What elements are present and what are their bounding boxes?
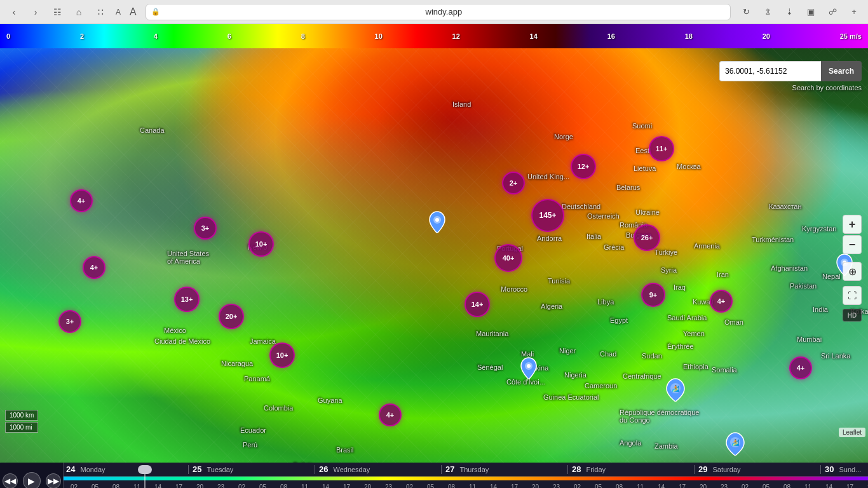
cluster-marker-c4[interactable]: 13+ bbox=[174, 287, 200, 312]
hour-label-11[interactable]: 11 bbox=[294, 484, 315, 489]
coordinate-input[interactable] bbox=[719, 61, 821, 81]
fullscreen-button[interactable]: ⛶ bbox=[843, 286, 862, 305]
pin-p1[interactable] bbox=[428, 210, 446, 236]
zoom-out-button[interactable]: − bbox=[843, 235, 862, 254]
pin-p4[interactable]: 🏄 bbox=[725, 431, 745, 458]
address-bar[interactable] bbox=[163, 7, 725, 17]
search-button[interactable]: Search bbox=[821, 61, 862, 81]
zoom-in-button[interactable]: + bbox=[843, 215, 862, 234]
scale-label-20: 20 bbox=[763, 32, 770, 40]
pin-p3[interactable]: 🏄 bbox=[665, 377, 686, 404]
share-button[interactable]: ⇫ bbox=[759, 3, 776, 21]
new-tab-button[interactable]: + bbox=[845, 3, 863, 21]
map-container[interactable]: 0 2 4 6 8 10 12 14 16 18 20 25 m/s Canad… bbox=[0, 24, 868, 463]
hour-label-31[interactable]: 23 bbox=[714, 484, 735, 489]
hd-button[interactable]: HD bbox=[843, 309, 862, 322]
hour-label-30[interactable]: 20 bbox=[693, 484, 714, 489]
cluster-marker-c8[interactable]: 4+ bbox=[379, 403, 402, 426]
font-size-small[interactable]: A bbox=[116, 8, 121, 17]
compass-button[interactable]: ⊕ bbox=[843, 262, 862, 281]
shield-button[interactable]: ☍ bbox=[824, 3, 841, 21]
cluster-marker-c11[interactable]: 145+ bbox=[531, 199, 564, 232]
hour-label-15[interactable]: 23 bbox=[378, 484, 399, 489]
hour-label-38[interactable]: 20 bbox=[860, 484, 868, 489]
hour-label-9[interactable]: 05 bbox=[252, 484, 273, 489]
font-size-large[interactable]: A bbox=[130, 6, 137, 18]
day-number: 24 bbox=[64, 464, 78, 474]
hour-label-25[interactable]: 05 bbox=[588, 484, 609, 489]
timeline-day-29[interactable]: 29Saturday bbox=[696, 464, 819, 474]
hour-label-10[interactable]: 08 bbox=[273, 484, 294, 489]
day-name: Wednesday bbox=[333, 466, 370, 473]
day-separator bbox=[188, 465, 189, 474]
cluster-marker-c1[interactable]: 4+ bbox=[70, 189, 93, 212]
hour-label-4[interactable]: 14 bbox=[147, 484, 168, 489]
tab-overview-button[interactable]: ☷ bbox=[48, 3, 66, 21]
hour-label-13[interactable]: 17 bbox=[336, 484, 357, 489]
timeline-day-28[interactable]: 28Friday bbox=[569, 464, 693, 474]
hour-label-18[interactable]: 08 bbox=[441, 484, 462, 489]
hour-label-8[interactable]: 02 bbox=[231, 484, 252, 489]
hour-label-6[interactable]: 20 bbox=[189, 484, 210, 489]
hour-label-2[interactable]: 08 bbox=[105, 484, 126, 489]
cluster-marker-c16[interactable]: 4+ bbox=[710, 290, 733, 313]
cluster-marker-c7[interactable]: 10+ bbox=[269, 342, 295, 368]
hour-label-21[interactable]: 17 bbox=[504, 484, 525, 489]
hour-label-7[interactable]: 23 bbox=[210, 484, 231, 489]
hour-label-37[interactable]: 17 bbox=[839, 484, 860, 489]
cluster-marker-c6[interactable]: 3+ bbox=[58, 310, 81, 333]
hour-label-26[interactable]: 08 bbox=[609, 484, 630, 489]
timeline-day-24[interactable]: 24Monday bbox=[64, 464, 187, 474]
timeline-day-27[interactable]: 27Thursday bbox=[443, 464, 566, 474]
hour-label-23[interactable]: 23 bbox=[546, 484, 567, 489]
playback-controls: ◀◀ ▶ ▶▶ bbox=[0, 463, 64, 488]
hour-label-27[interactable]: 11 bbox=[630, 484, 651, 489]
download-button[interactable]: ⇣ bbox=[780, 3, 798, 21]
hour-label-14[interactable]: 20 bbox=[357, 484, 378, 489]
hour-label-5[interactable]: 17 bbox=[168, 484, 189, 489]
pin-p2[interactable] bbox=[520, 356, 538, 382]
reader-button[interactable]: ▣ bbox=[802, 3, 820, 21]
leaflet-badge[interactable]: Leaflet bbox=[839, 428, 865, 437]
hour-label-1[interactable]: 05 bbox=[85, 484, 105, 489]
play-button[interactable]: ▶ bbox=[23, 472, 41, 488]
timeline-day-26[interactable]: 26Wednesday bbox=[316, 464, 440, 474]
cluster-marker-c12[interactable]: 40+ bbox=[494, 244, 522, 272]
hour-label-29[interactable]: 17 bbox=[672, 484, 693, 489]
cluster-marker-c14[interactable]: 26+ bbox=[634, 224, 660, 251]
hour-label-17[interactable]: 05 bbox=[420, 484, 441, 489]
hour-label-36[interactable]: 14 bbox=[818, 484, 839, 489]
cluster-marker-c15[interactable]: 9+ bbox=[641, 283, 665, 307]
hour-label-16[interactable]: 02 bbox=[399, 484, 420, 489]
grid-button[interactable]: ∷ bbox=[92, 3, 109, 21]
home-button[interactable]: ⌂ bbox=[70, 3, 88, 21]
hour-label-3[interactable]: 11 bbox=[126, 484, 147, 489]
timeline-day-25[interactable]: 25Tuesday bbox=[190, 464, 313, 474]
hour-label-32[interactable]: 02 bbox=[735, 484, 756, 489]
rewind-button[interactable]: ◀◀ bbox=[3, 473, 18, 488]
hour-label-12[interactable]: 14 bbox=[315, 484, 336, 489]
cluster-marker-c2[interactable]: 3+ bbox=[194, 217, 217, 240]
hour-label-19[interactable]: 11 bbox=[462, 484, 483, 489]
timeline-day-30[interactable]: 30Sund... bbox=[822, 464, 860, 474]
hour-label-20[interactable]: 14 bbox=[483, 484, 504, 489]
hour-label-22[interactable]: 20 bbox=[525, 484, 546, 489]
hour-label-0[interactable]: 02 bbox=[64, 484, 85, 489]
cluster-marker-c19[interactable]: 4+ bbox=[789, 356, 812, 379]
cluster-marker-c13[interactable]: 2+ bbox=[502, 172, 525, 194]
cluster-marker-c9[interactable]: 10+ bbox=[248, 231, 274, 257]
hour-label-33[interactable]: 05 bbox=[756, 484, 776, 489]
reload-button[interactable]: ↻ bbox=[737, 3, 755, 21]
cluster-marker-c17[interactable]: 11+ bbox=[649, 136, 674, 161]
cluster-marker-c5[interactable]: 20+ bbox=[219, 304, 244, 329]
hour-label-28[interactable]: 14 bbox=[651, 484, 672, 489]
back-button[interactable]: ‹ bbox=[5, 3, 23, 21]
cluster-marker-c18[interactable]: 12+ bbox=[571, 154, 596, 179]
forward-button[interactable]: › bbox=[27, 3, 44, 21]
cluster-marker-c10[interactable]: 14+ bbox=[465, 292, 490, 317]
cluster-marker-c3[interactable]: 4+ bbox=[83, 256, 105, 279]
hour-label-35[interactable]: 11 bbox=[797, 484, 818, 489]
fast-forward-button[interactable]: ▶▶ bbox=[46, 473, 61, 488]
hour-label-24[interactable]: 02 bbox=[567, 484, 588, 489]
hour-label-34[interactable]: 08 bbox=[776, 484, 797, 489]
